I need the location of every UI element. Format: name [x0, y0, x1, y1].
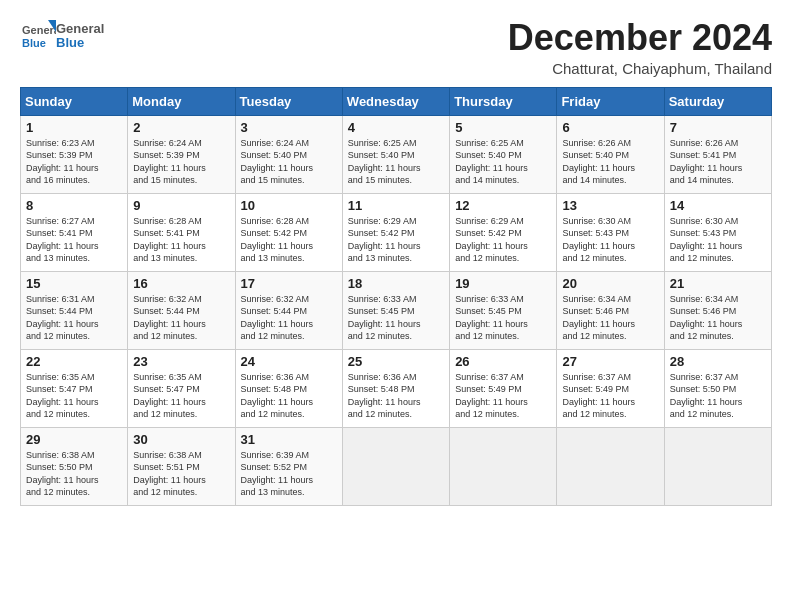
- day-number: 23: [133, 354, 229, 369]
- day-number: 2: [133, 120, 229, 135]
- day-number: 20: [562, 276, 658, 291]
- day-info: Sunrise: 6:36 AM Sunset: 5:48 PM Dayligh…: [348, 371, 444, 421]
- calendar-week-1: 1Sunrise: 6:23 AM Sunset: 5:39 PM Daylig…: [21, 115, 772, 193]
- day-info: Sunrise: 6:38 AM Sunset: 5:50 PM Dayligh…: [26, 449, 122, 499]
- calendar-cell: 1Sunrise: 6:23 AM Sunset: 5:39 PM Daylig…: [21, 115, 128, 193]
- day-number: 11: [348, 198, 444, 213]
- day-number: 26: [455, 354, 551, 369]
- calendar-week-4: 22Sunrise: 6:35 AM Sunset: 5:47 PM Dayli…: [21, 349, 772, 427]
- day-info: Sunrise: 6:25 AM Sunset: 5:40 PM Dayligh…: [348, 137, 444, 187]
- calendar-cell: 11Sunrise: 6:29 AM Sunset: 5:42 PM Dayli…: [342, 193, 449, 271]
- calendar-cell: 13Sunrise: 6:30 AM Sunset: 5:43 PM Dayli…: [557, 193, 664, 271]
- calendar-cell: 21Sunrise: 6:34 AM Sunset: 5:46 PM Dayli…: [664, 271, 771, 349]
- calendar-cell: 30Sunrise: 6:38 AM Sunset: 5:51 PM Dayli…: [128, 427, 235, 505]
- day-info: Sunrise: 6:24 AM Sunset: 5:39 PM Dayligh…: [133, 137, 229, 187]
- header: General Blue General Blue December 2024 …: [20, 18, 772, 77]
- day-number: 29: [26, 432, 122, 447]
- day-info: Sunrise: 6:32 AM Sunset: 5:44 PM Dayligh…: [133, 293, 229, 343]
- calendar-cell: 17Sunrise: 6:32 AM Sunset: 5:44 PM Dayli…: [235, 271, 342, 349]
- day-info: Sunrise: 6:26 AM Sunset: 5:41 PM Dayligh…: [670, 137, 766, 187]
- day-info: Sunrise: 6:29 AM Sunset: 5:42 PM Dayligh…: [348, 215, 444, 265]
- day-number: 3: [241, 120, 337, 135]
- calendar-cell: 4Sunrise: 6:25 AM Sunset: 5:40 PM Daylig…: [342, 115, 449, 193]
- day-info: Sunrise: 6:28 AM Sunset: 5:42 PM Dayligh…: [241, 215, 337, 265]
- day-number: 18: [348, 276, 444, 291]
- location: Chatturat, Chaiyaphum, Thailand: [508, 60, 772, 77]
- calendar-cell: [557, 427, 664, 505]
- day-number: 14: [670, 198, 766, 213]
- day-number: 8: [26, 198, 122, 213]
- calendar-cell: 8Sunrise: 6:27 AM Sunset: 5:41 PM Daylig…: [21, 193, 128, 271]
- calendar-cell: 2Sunrise: 6:24 AM Sunset: 5:39 PM Daylig…: [128, 115, 235, 193]
- col-sunday: Sunday: [21, 87, 128, 115]
- month-title: December 2024: [508, 18, 772, 58]
- day-info: Sunrise: 6:23 AM Sunset: 5:39 PM Dayligh…: [26, 137, 122, 187]
- day-info: Sunrise: 6:37 AM Sunset: 5:49 PM Dayligh…: [455, 371, 551, 421]
- day-info: Sunrise: 6:24 AM Sunset: 5:40 PM Dayligh…: [241, 137, 337, 187]
- day-info: Sunrise: 6:25 AM Sunset: 5:40 PM Dayligh…: [455, 137, 551, 187]
- day-info: Sunrise: 6:37 AM Sunset: 5:50 PM Dayligh…: [670, 371, 766, 421]
- day-info: Sunrise: 6:30 AM Sunset: 5:43 PM Dayligh…: [562, 215, 658, 265]
- day-info: Sunrise: 6:37 AM Sunset: 5:49 PM Dayligh…: [562, 371, 658, 421]
- day-number: 13: [562, 198, 658, 213]
- logo: General Blue General Blue: [20, 18, 104, 54]
- calendar-cell: [664, 427, 771, 505]
- logo-blue: Blue: [56, 36, 104, 50]
- day-number: 17: [241, 276, 337, 291]
- calendar-cell: 18Sunrise: 6:33 AM Sunset: 5:45 PM Dayli…: [342, 271, 449, 349]
- calendar-cell: 25Sunrise: 6:36 AM Sunset: 5:48 PM Dayli…: [342, 349, 449, 427]
- calendar-cell: 12Sunrise: 6:29 AM Sunset: 5:42 PM Dayli…: [450, 193, 557, 271]
- day-info: Sunrise: 6:34 AM Sunset: 5:46 PM Dayligh…: [670, 293, 766, 343]
- calendar-cell: 16Sunrise: 6:32 AM Sunset: 5:44 PM Dayli…: [128, 271, 235, 349]
- calendar-cell: 29Sunrise: 6:38 AM Sunset: 5:50 PM Dayli…: [21, 427, 128, 505]
- title-block: December 2024 Chatturat, Chaiyaphum, Tha…: [508, 18, 772, 77]
- col-thursday: Thursday: [450, 87, 557, 115]
- day-number: 5: [455, 120, 551, 135]
- calendar-cell: 26Sunrise: 6:37 AM Sunset: 5:49 PM Dayli…: [450, 349, 557, 427]
- calendar: Sunday Monday Tuesday Wednesday Thursday…: [20, 87, 772, 506]
- calendar-cell: 15Sunrise: 6:31 AM Sunset: 5:44 PM Dayli…: [21, 271, 128, 349]
- day-number: 6: [562, 120, 658, 135]
- col-friday: Friday: [557, 87, 664, 115]
- day-info: Sunrise: 6:35 AM Sunset: 5:47 PM Dayligh…: [133, 371, 229, 421]
- col-wednesday: Wednesday: [342, 87, 449, 115]
- col-monday: Monday: [128, 87, 235, 115]
- day-info: Sunrise: 6:35 AM Sunset: 5:47 PM Dayligh…: [26, 371, 122, 421]
- day-number: 30: [133, 432, 229, 447]
- day-info: Sunrise: 6:38 AM Sunset: 5:51 PM Dayligh…: [133, 449, 229, 499]
- day-number: 7: [670, 120, 766, 135]
- calendar-cell: 22Sunrise: 6:35 AM Sunset: 5:47 PM Dayli…: [21, 349, 128, 427]
- day-number: 19: [455, 276, 551, 291]
- logo-icon: General Blue: [20, 18, 56, 54]
- calendar-cell: 31Sunrise: 6:39 AM Sunset: 5:52 PM Dayli…: [235, 427, 342, 505]
- day-info: Sunrise: 6:33 AM Sunset: 5:45 PM Dayligh…: [455, 293, 551, 343]
- day-number: 21: [670, 276, 766, 291]
- day-number: 25: [348, 354, 444, 369]
- page: General Blue General Blue December 2024 …: [0, 0, 792, 612]
- day-info: Sunrise: 6:33 AM Sunset: 5:45 PM Dayligh…: [348, 293, 444, 343]
- day-info: Sunrise: 6:32 AM Sunset: 5:44 PM Dayligh…: [241, 293, 337, 343]
- calendar-cell: 23Sunrise: 6:35 AM Sunset: 5:47 PM Dayli…: [128, 349, 235, 427]
- calendar-cell: 28Sunrise: 6:37 AM Sunset: 5:50 PM Dayli…: [664, 349, 771, 427]
- day-number: 4: [348, 120, 444, 135]
- calendar-cell: 6Sunrise: 6:26 AM Sunset: 5:40 PM Daylig…: [557, 115, 664, 193]
- calendar-cell: [342, 427, 449, 505]
- svg-text:Blue: Blue: [22, 37, 46, 49]
- day-number: 24: [241, 354, 337, 369]
- calendar-cell: [450, 427, 557, 505]
- day-number: 31: [241, 432, 337, 447]
- calendar-cell: 19Sunrise: 6:33 AM Sunset: 5:45 PM Dayli…: [450, 271, 557, 349]
- day-info: Sunrise: 6:39 AM Sunset: 5:52 PM Dayligh…: [241, 449, 337, 499]
- calendar-cell: 5Sunrise: 6:25 AM Sunset: 5:40 PM Daylig…: [450, 115, 557, 193]
- day-number: 12: [455, 198, 551, 213]
- day-info: Sunrise: 6:29 AM Sunset: 5:42 PM Dayligh…: [455, 215, 551, 265]
- calendar-week-3: 15Sunrise: 6:31 AM Sunset: 5:44 PM Dayli…: [21, 271, 772, 349]
- col-saturday: Saturday: [664, 87, 771, 115]
- day-info: Sunrise: 6:31 AM Sunset: 5:44 PM Dayligh…: [26, 293, 122, 343]
- day-info: Sunrise: 6:28 AM Sunset: 5:41 PM Dayligh…: [133, 215, 229, 265]
- calendar-cell: 7Sunrise: 6:26 AM Sunset: 5:41 PM Daylig…: [664, 115, 771, 193]
- calendar-cell: 24Sunrise: 6:36 AM Sunset: 5:48 PM Dayli…: [235, 349, 342, 427]
- day-info: Sunrise: 6:34 AM Sunset: 5:46 PM Dayligh…: [562, 293, 658, 343]
- day-number: 15: [26, 276, 122, 291]
- day-info: Sunrise: 6:30 AM Sunset: 5:43 PM Dayligh…: [670, 215, 766, 265]
